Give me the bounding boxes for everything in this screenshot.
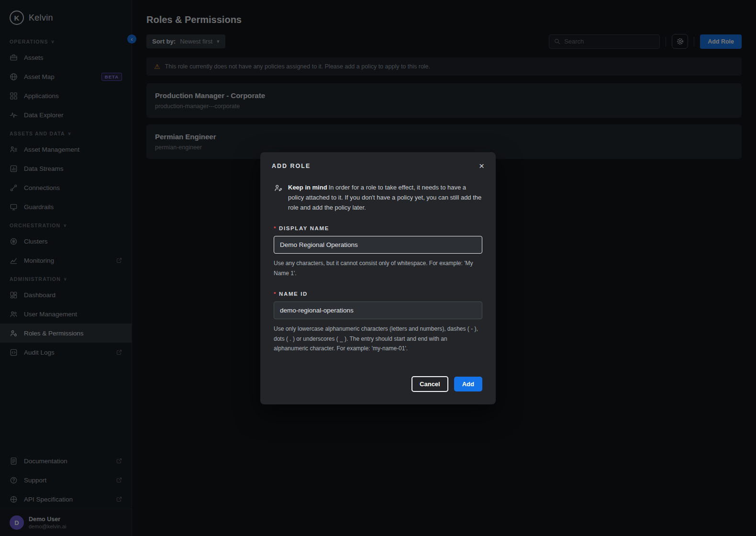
modal-body: Keep in mindIn order for a role to take … bbox=[260, 174, 496, 353]
name-id-label: * NAME ID bbox=[274, 291, 482, 297]
add-role-modal: ADD ROLE × Keep in mindIn order for a ro… bbox=[260, 152, 496, 404]
display-name-label: * DISPLAY NAME bbox=[274, 225, 482, 231]
required-asterisk: * bbox=[274, 291, 277, 297]
modal-title: ADD ROLE bbox=[272, 163, 311, 169]
modal-footer: Cancel Add bbox=[260, 353, 496, 404]
note-writer-icon bbox=[274, 184, 282, 212]
add-button[interactable]: Add bbox=[454, 377, 482, 391]
close-icon[interactable]: × bbox=[479, 161, 484, 170]
keep-in-mind-note: Keep in mindIn order for a role to take … bbox=[274, 183, 482, 212]
display-name-input[interactable] bbox=[274, 236, 482, 254]
note-bold-text: Keep in mind bbox=[288, 184, 327, 191]
field-label-text: NAME ID bbox=[279, 291, 308, 297]
modal-header: ADD ROLE × bbox=[260, 152, 496, 174]
app-window: K Kelvin OPERATIONS ∨ Assets Asset Map B… bbox=[0, 0, 756, 536]
required-asterisk: * bbox=[274, 225, 277, 231]
cancel-button[interactable]: Cancel bbox=[411, 376, 448, 392]
name-id-input[interactable] bbox=[274, 302, 482, 319]
display-name-help: Use any characters, but it cannot consis… bbox=[274, 258, 482, 278]
name-id-help: Use only lowercase alphanumeric characte… bbox=[274, 324, 482, 353]
note-text: Keep in mindIn order for a role to take … bbox=[288, 183, 482, 212]
field-label-text: DISPLAY NAME bbox=[279, 225, 329, 231]
